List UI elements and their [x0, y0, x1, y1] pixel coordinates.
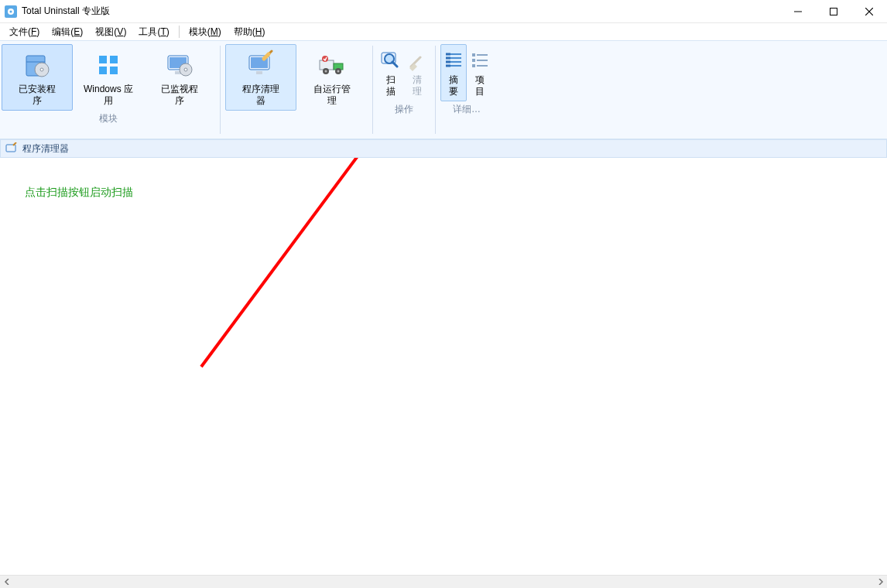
close-button[interactable]: [851, 0, 887, 23]
ribbon-toolbar: 已安装程 序 Windows 应 用: [0, 40, 887, 139]
chevron-left-icon: [4, 579, 10, 585]
menu-view[interactable]: 视图(V): [89, 24, 132, 40]
ribbon-group-cleaner: 程序清理 器 自运行管 理: [224, 41, 369, 138]
items-label: 项 目: [475, 74, 485, 97]
svg-rect-9: [99, 67, 107, 74]
svg-point-6: [40, 68, 43, 71]
window-title: Total Uninstall 专业版: [22, 5, 110, 18]
scroll-track[interactable]: [13, 576, 874, 589]
installed-programs-button[interactable]: 已安装程 序: [2, 44, 73, 111]
app-icon: [5, 5, 17, 18]
ribbon-group-label-actions: 操作: [395, 103, 413, 115]
maximize-button[interactable]: [816, 0, 851, 23]
section-header: 程序清理器: [0, 139, 887, 158]
horizontal-scrollbar[interactable]: [0, 575, 887, 588]
autorun-manager-button[interactable]: 自运行管 理: [296, 44, 368, 111]
windows-apps-label: Windows 应 用: [84, 84, 133, 107]
windows-tiles-icon: [93, 50, 124, 80]
program-cleaner-button[interactable]: 程序清理 器: [225, 44, 296, 111]
scan-label: 扫 描: [386, 74, 396, 97]
svg-point-24: [337, 70, 340, 73]
scroll-right-button[interactable]: [874, 576, 887, 589]
monitored-programs-label: 已监视程 序: [161, 84, 198, 107]
ribbon-separator: [372, 46, 373, 134]
monitor-brush-icon: [245, 50, 276, 80]
minimize-icon: [794, 8, 802, 15]
svg-rect-28: [472, 53, 475, 56]
truck-icon: [317, 50, 348, 80]
autorun-manager-label: 自运行管 理: [313, 84, 351, 107]
program-cleaner-label: 程序清理 器: [242, 84, 279, 107]
menu-tools[interactable]: 工具(T): [132, 24, 175, 40]
ribbon-separator: [435, 46, 436, 134]
clean-label: 清 理: [413, 74, 422, 97]
magnifier-icon: [380, 50, 402, 71]
list-items-icon: [469, 50, 491, 71]
menu-bar: 文件(F) 编辑(E) 视图(V) 工具(T) 模块(M) 帮助(H): [0, 23, 887, 40]
summary-label: 摘 要: [449, 74, 458, 97]
ribbon-separator: [220, 46, 221, 134]
cleaner-small-icon: [5, 142, 18, 155]
svg-rect-29: [472, 59, 475, 62]
svg-point-2: [10, 10, 12, 12]
windows-apps-button[interactable]: Windows 应 用: [73, 44, 144, 111]
svg-rect-31: [6, 145, 15, 152]
svg-rect-8: [110, 56, 118, 63]
svg-point-22: [325, 70, 327, 73]
content-area: 点击扫描按钮启动扫描: [0, 158, 887, 575]
menu-separator: [179, 26, 180, 38]
svg-point-15: [184, 68, 187, 71]
menu-modules[interactable]: 模块(M): [183, 24, 228, 40]
maximize-icon: [830, 8, 837, 15]
title-bar: Total Uninstall 专业版: [0, 0, 887, 23]
monitored-programs-button[interactable]: 已监视程 序: [144, 44, 215, 111]
scan-hint-text: 点击扫描按钮启动扫描: [25, 186, 133, 200]
scan-button[interactable]: 扫 描: [378, 44, 404, 101]
ribbon-group-label-details: 详细…: [453, 103, 481, 115]
minimize-button[interactable]: [780, 0, 816, 23]
svg-rect-10: [110, 67, 118, 74]
svg-rect-3: [830, 8, 837, 15]
close-icon: [865, 8, 873, 15]
chevron-right-icon: [878, 579, 884, 585]
menu-edit[interactable]: 编辑(E): [46, 24, 89, 40]
ribbon-group-modules: 已安装程 序 Windows 应 用: [0, 41, 217, 138]
box-disc-icon: [22, 50, 53, 80]
items-button[interactable]: 项 目: [467, 44, 493, 101]
svg-rect-7: [99, 56, 107, 63]
svg-rect-18: [256, 71, 262, 74]
broom-icon: [406, 50, 428, 71]
summary-button[interactable]: 摘 要: [440, 44, 467, 101]
annotation-arrow-icon: [0, 158, 887, 588]
svg-line-32: [201, 158, 391, 367]
ribbon-group-details: 摘 要 项 目 详细…: [439, 41, 495, 138]
list-lines-icon: [443, 50, 464, 71]
installed-programs-label: 已安装程 序: [19, 84, 56, 107]
menu-help[interactable]: 帮助(H): [228, 24, 272, 40]
svg-rect-30: [472, 64, 475, 67]
section-title: 程序清理器: [22, 142, 69, 156]
scroll-left-button[interactable]: [0, 576, 13, 589]
clean-button[interactable]: 清 理: [404, 44, 430, 101]
monitor-disc-icon: [164, 50, 195, 80]
ribbon-group-label-modules: 模块: [99, 112, 118, 125]
menu-file[interactable]: 文件(F): [3, 24, 46, 40]
ribbon-group-actions: 扫 描 清 理 操作: [376, 41, 432, 138]
